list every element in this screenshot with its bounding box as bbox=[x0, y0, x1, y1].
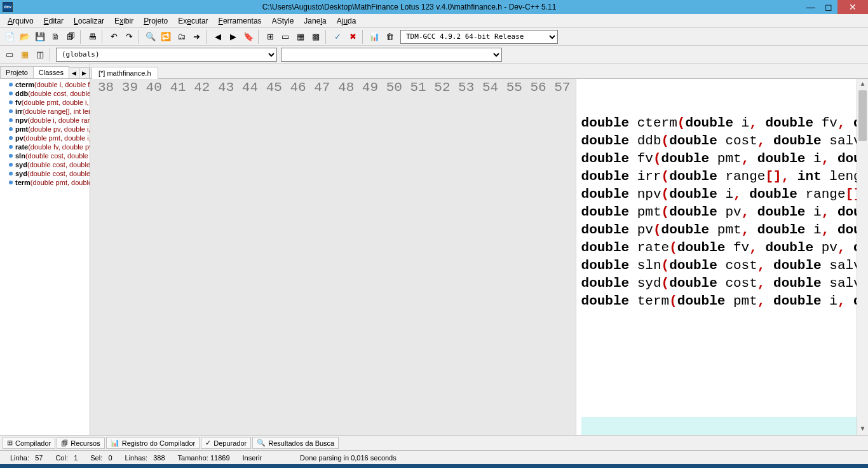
save-button[interactable]: 💾 bbox=[33, 30, 47, 44]
content-area: Projeto Classes ◀ ▶ cterm (double i, dou… bbox=[0, 64, 868, 435]
bottom-tab-recursos[interactable]: 🗐Recursos bbox=[57, 437, 104, 449]
delete-profile-button[interactable]: 🗑 bbox=[383, 30, 397, 44]
menu-projeto[interactable]: Projeto bbox=[139, 15, 173, 27]
vertical-scrollbar[interactable]: ▲ ▼ bbox=[857, 79, 868, 435]
open-button[interactable]: 📂 bbox=[18, 30, 32, 44]
run-button[interactable]: ▭ bbox=[278, 30, 292, 44]
menu-ferramentas[interactable]: Ferramentas bbox=[214, 15, 267, 27]
editor-area: [*] mathfinance.h 38 39 40 41 42 43 44 4… bbox=[90, 64, 868, 435]
class-item-npv[interactable]: npv (double i, double range[], int lengt… bbox=[0, 116, 90, 125]
tab-icon: ✓ bbox=[205, 439, 211, 447]
separator bbox=[139, 30, 141, 44]
close-button[interactable]: ✕ bbox=[837, 0, 868, 14]
toolbar-main: 📄 📂 💾 🗎 🗐 🖶 ↶ ↷ 🔍 🔁 🗂 ➜ ◀ ▶ 🔖 ⊞ ▭ ▦ ▩ ✓ … bbox=[0, 28, 868, 46]
stop-button[interactable]: ✖ bbox=[346, 30, 360, 44]
compile-run-button[interactable]: ▦ bbox=[294, 30, 308, 44]
goto-button[interactable]: ➜ bbox=[189, 30, 203, 44]
file-tabs: [*] mathfinance.h bbox=[90, 64, 868, 79]
tab-classes[interactable]: Classes bbox=[33, 66, 69, 78]
print-button[interactable]: 🖶 bbox=[85, 30, 99, 44]
window-buttons: — ◻ ✕ bbox=[802, 0, 868, 14]
class-item-sln[interactable]: sln (double cost, double salvage, int li… bbox=[0, 151, 90, 160]
toggle-button[interactable]: ◫ bbox=[33, 48, 47, 62]
profile-button[interactable]: 📊 bbox=[367, 30, 381, 44]
forward-button[interactable]: ▶ bbox=[226, 30, 240, 44]
back-button[interactable]: ◀ bbox=[211, 30, 225, 44]
class-item-rate[interactable]: rate (double fv, double pv, double n, in… bbox=[0, 142, 90, 151]
redo-button[interactable]: ↷ bbox=[122, 30, 136, 44]
undo-button[interactable]: ↶ bbox=[107, 30, 121, 44]
toolbar-classes: ▭ ▦ ◫ (globals) bbox=[0, 46, 868, 64]
class-item-syd[interactable]: syd (double cost, double salvage, int li… bbox=[0, 160, 90, 169]
bookmark-button[interactable]: 🔖 bbox=[241, 30, 255, 44]
bottom-tab-resultados-da-busca[interactable]: 🔍Resultados da Busca bbox=[252, 437, 339, 449]
menu-editar[interactable]: Editar bbox=[39, 15, 69, 27]
class-item-pv[interactable]: pv (double pmt, double i, double n, int … bbox=[0, 134, 90, 142]
class-item-pmt[interactable]: pmt (double pv, double i, double n, int … bbox=[0, 125, 90, 134]
function-icon bbox=[9, 145, 13, 149]
function-icon bbox=[9, 127, 13, 131]
class-item-fv[interactable]: fv (double pmt, double i, double n, int … bbox=[0, 98, 90, 107]
insert-button[interactable]: ▦ bbox=[18, 48, 32, 62]
tab-next[interactable]: ▶ bbox=[79, 67, 90, 78]
rebuild-button[interactable]: ▩ bbox=[309, 30, 323, 44]
code-content[interactable]: double cterm(double i, double fv, double… bbox=[576, 79, 857, 435]
code-editor[interactable]: 38 39 40 41 42 43 44 45 46 47 48 49 50 5… bbox=[90, 79, 868, 435]
find-button[interactable]: 🔍 bbox=[144, 30, 158, 44]
save-all-button[interactable]: 🗎 bbox=[48, 30, 62, 44]
menu-localizar[interactable]: Localizar bbox=[69, 15, 109, 27]
function-icon bbox=[9, 109, 13, 113]
menubar: ArquivoEditarLocalizarExibirProjetoExecu… bbox=[0, 14, 868, 28]
replace-button[interactable]: 🔁 bbox=[159, 30, 173, 44]
scroll-thumb[interactable] bbox=[858, 90, 867, 141]
menu-arquivo[interactable]: Arquivo bbox=[3, 15, 39, 27]
new-class-button[interactable]: ▭ bbox=[3, 48, 17, 62]
minimize-button[interactable]: — bbox=[802, 0, 820, 14]
scroll-down-icon[interactable]: ▼ bbox=[857, 423, 868, 435]
separator bbox=[102, 30, 104, 44]
tab-icon: 🔍 bbox=[257, 439, 266, 447]
file-tab-mathfinance[interactable]: [*] mathfinance.h bbox=[92, 67, 158, 79]
status-mode: Inserir bbox=[236, 454, 269, 462]
class-item-irr[interactable]: irr (double range[], int length) bbox=[0, 107, 90, 116]
member-select[interactable] bbox=[281, 48, 502, 62]
status-col: Col: 1 bbox=[49, 454, 84, 462]
debug-button[interactable]: ✓ bbox=[330, 30, 344, 44]
sidebar: Projeto Classes ◀ ▶ cterm (double i, dou… bbox=[0, 64, 90, 435]
function-icon bbox=[9, 172, 13, 176]
status-sel: Sel: 0 bbox=[84, 454, 118, 462]
scope-select[interactable]: (globals) bbox=[56, 48, 277, 62]
maximize-button[interactable]: ◻ bbox=[820, 0, 837, 14]
class-item-ddb[interactable]: ddb (double cost, double salvage, int li… bbox=[0, 89, 90, 98]
save-as-button[interactable]: 🗐 bbox=[64, 30, 78, 44]
sidebar-tabs: Projeto Classes ◀ ▶ bbox=[0, 64, 90, 79]
new-file-button[interactable]: 📄 bbox=[3, 30, 17, 44]
separator bbox=[362, 30, 365, 44]
scroll-up-icon[interactable]: ▲ bbox=[857, 79, 868, 90]
class-item-cterm[interactable]: cterm (double i, double fv, double pv) bbox=[0, 80, 90, 89]
function-icon bbox=[9, 118, 13, 122]
separator bbox=[206, 30, 208, 44]
bottom-tab-depurador[interactable]: ✓Depurador bbox=[201, 437, 251, 449]
status-linhas: Linhas: 388 bbox=[119, 454, 172, 462]
tab-icon: ⊞ bbox=[7, 439, 13, 447]
tab-projeto[interactable]: Projeto bbox=[0, 66, 34, 78]
menu-astyle[interactable]: AStyle bbox=[267, 15, 299, 27]
menu-janela[interactable]: Janela bbox=[299, 15, 331, 27]
statusbar: Linha: 57 Col: 1 Sel: 0 Linhas: 388 Tama… bbox=[0, 450, 868, 464]
menu-exibir[interactable]: Exibir bbox=[109, 15, 139, 27]
menu-ajuda[interactable]: Ajuda bbox=[332, 15, 362, 27]
separator bbox=[80, 30, 83, 44]
compiler-select[interactable]: TDM-GCC 4.9.2 64-bit Release bbox=[400, 30, 558, 44]
find-in-files-button[interactable]: 🗂 bbox=[174, 30, 188, 44]
menu-executar[interactable]: Executar bbox=[173, 15, 213, 27]
bottom-tab-registro-do-compilador[interactable]: 📊Registro do Compilador bbox=[106, 437, 200, 449]
bottom-tab-compilador[interactable]: ⊞Compilador bbox=[3, 437, 55, 449]
compile-button[interactable]: ⊞ bbox=[263, 30, 277, 44]
function-icon bbox=[9, 154, 13, 158]
class-item-term[interactable]: term (double pmt, double i, double fv, i… bbox=[0, 178, 90, 187]
class-item-syd[interactable]: syd (double cost, double salvage, int li… bbox=[0, 169, 90, 178]
tab-icon: 🗐 bbox=[61, 439, 68, 447]
function-icon bbox=[9, 100, 13, 104]
tab-prev[interactable]: ◀ bbox=[69, 67, 79, 78]
